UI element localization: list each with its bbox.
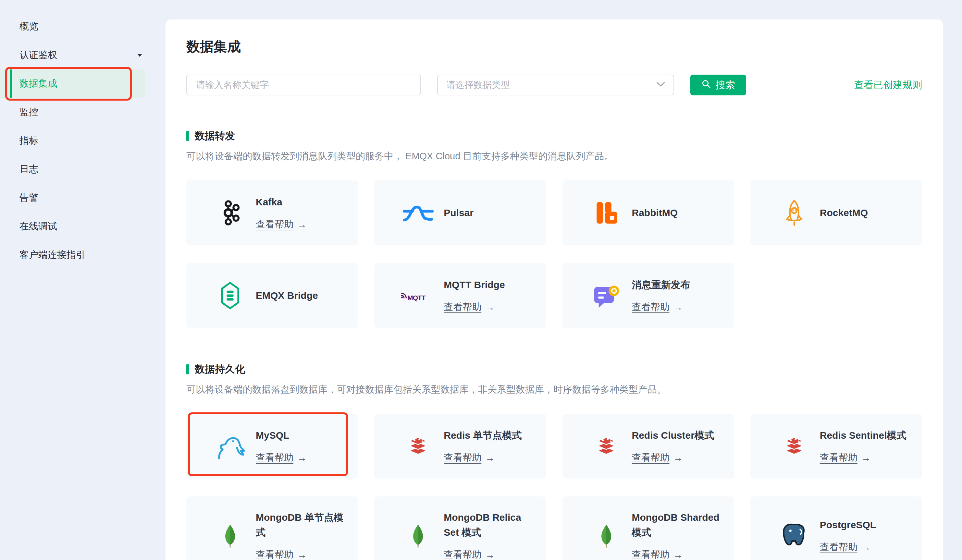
arrow-right-icon: → <box>861 542 871 553</box>
sidebar-item-label: 概览 <box>0 20 38 33</box>
card-mongodb-sharded[interactable]: MongoDB Sharded 模式 查看帮助 → <box>562 496 734 560</box>
sidebar-item-label: 指标 <box>0 134 38 147</box>
caret-down-icon <box>137 53 142 57</box>
sidebar-item-alerts[interactable]: 告警 <box>0 184 166 212</box>
sidebar-item-logs[interactable]: 日志 <box>0 155 166 184</box>
view-help-link[interactable]: 查看帮助 → <box>444 451 521 464</box>
card-title: MySQL <box>256 428 307 443</box>
data-type-select[interactable]: 请选择数据类型 <box>437 74 674 95</box>
arrow-right-icon: → <box>673 550 683 560</box>
republish-icon <box>588 282 624 310</box>
card-kafka[interactable]: Kafka 查看帮助 → <box>186 181 358 245</box>
view-help-link[interactable]: 查看帮助 → <box>256 548 350 560</box>
redis-icon <box>776 433 812 459</box>
sections: 数据转发 可以将设备端的数据转发到消息队列类型的服务中， EMQX Cloud … <box>186 129 922 560</box>
card-text: MySQL 查看帮助 → <box>256 428 307 464</box>
card-text: MongoDB Sharded 模式 查看帮助 → <box>632 510 726 560</box>
card-mqtt-bridge[interactable]: MQTT MQTT Bridge 查看帮助 → <box>374 263 546 328</box>
view-help-label: 查看帮助 <box>256 548 294 560</box>
view-help-link[interactable]: 查看帮助 → <box>820 451 907 464</box>
postgresql-icon <box>776 522 812 550</box>
view-created-rules-link[interactable]: 查看已创建规则 <box>854 79 922 92</box>
rocketmq-icon <box>776 199 812 227</box>
card-redis-single[interactable]: Redis 单节点模式 查看帮助 → <box>374 414 546 479</box>
card-mysql[interactable]: MySQL 查看帮助 → <box>186 414 358 479</box>
section-description: 可以将设备端的数据落盘到数据库，可对接数据库包括关系型数据库，非关系型数据库，时… <box>186 383 922 396</box>
card-mongodb-replica[interactable]: MongoDB Relica Set 模式 查看帮助 → <box>374 496 546 560</box>
section-accent-bar <box>186 131 189 141</box>
card-text: MQTT Bridge 查看帮助 → <box>444 278 505 314</box>
sidebar-item-client-guide[interactable]: 客户端连接指引 <box>0 241 166 269</box>
card-title: MongoDB Relica Set 模式 <box>444 510 537 540</box>
mongodb-icon <box>588 524 624 548</box>
search-icon <box>701 79 711 91</box>
mongodb-icon <box>212 524 248 548</box>
view-help-link[interactable]: 查看帮助 → <box>256 451 307 464</box>
card-postgresql[interactable]: PostgreSQL 查看帮助 → <box>751 496 922 560</box>
card-title: RabbitMQ <box>632 205 678 220</box>
section-title: 数据转发 <box>195 129 235 143</box>
rabbitmq-icon <box>588 199 624 226</box>
sidebar-item-label: 客户端连接指引 <box>0 249 86 261</box>
card-pulsar[interactable]: Pulsar <box>374 181 546 245</box>
mysql-icon <box>212 431 248 462</box>
card-title: Pulsar <box>444 205 473 220</box>
view-help-label: 查看帮助 <box>632 451 670 464</box>
card-text: Redis 单节点模式 查看帮助 → <box>444 428 521 464</box>
card-rocketmq[interactable]: RocketMQ <box>751 181 922 245</box>
svg-text:MQTT: MQTT <box>407 294 426 302</box>
view-help-link[interactable]: 查看帮助 → <box>256 218 307 231</box>
card-text: Redis Cluster模式 查看帮助 → <box>632 428 714 464</box>
card-title: Redis Cluster模式 <box>632 428 714 443</box>
arrow-right-icon: → <box>297 453 307 463</box>
sidebar-item-metrics[interactable]: 指标 <box>0 126 166 155</box>
card-text: EMQX Bridge <box>256 288 318 303</box>
view-help-label: 查看帮助 <box>632 548 670 560</box>
card-emqx-bridge[interactable]: EMQX Bridge <box>186 263 358 328</box>
card-text: 消息重新发布 查看帮助 → <box>632 278 690 314</box>
mqtt-icon: MQTT <box>400 288 436 303</box>
sidebar-item-data-integration[interactable]: 数据集成 <box>0 69 145 98</box>
section-accent-bar <box>186 364 189 374</box>
sidebar-item-monitor[interactable]: 监控 <box>0 98 166 126</box>
section-header: 数据持久化 <box>186 362 922 376</box>
card-redis-cluster[interactable]: Redis Cluster模式 查看帮助 → <box>562 414 734 479</box>
card-title: PostgreSQL <box>820 518 876 533</box>
card-text: RocketMQ <box>820 205 868 220</box>
card-redis-sentinel[interactable]: Redis Sentinel模式 查看帮助 → <box>751 414 922 479</box>
view-help-link[interactable]: 查看帮助 → <box>444 548 537 560</box>
arrow-right-icon: → <box>297 550 307 560</box>
sidebar-item-label: 认证鉴权 <box>0 48 57 61</box>
card-title: MQTT Bridge <box>444 278 505 292</box>
card-republish[interactable]: 消息重新发布 查看帮助 → <box>562 263 734 328</box>
card-rabbitmq[interactable]: RabbitMQ <box>562 181 734 245</box>
view-help-link[interactable]: 查看帮助 → <box>632 548 726 560</box>
keyword-input[interactable] <box>186 74 421 95</box>
view-help-link[interactable]: 查看帮助 → <box>820 541 876 554</box>
view-help-label: 查看帮助 <box>256 451 294 464</box>
search-button[interactable]: 搜索 <box>690 74 746 95</box>
main-panel: 数据集成 请选择数据类型 搜索 查看已创建规则 数据转发 可以将设备端的数据转发… <box>166 19 943 560</box>
emqx-icon <box>212 282 248 310</box>
card-grid: Kafka 查看帮助 → Pulsar RabbitMQ RocketMQ EM… <box>186 181 922 328</box>
card-text: RabbitMQ <box>632 205 678 220</box>
arrow-right-icon: → <box>673 302 683 313</box>
view-help-link[interactable]: 查看帮助 → <box>444 301 505 314</box>
card-title: EMQX Bridge <box>256 288 318 303</box>
card-title: Redis 单节点模式 <box>444 428 521 443</box>
card-mongodb-single[interactable]: MongoDB 单节点模式 查看帮助 → <box>186 496 358 560</box>
view-help-label: 查看帮助 <box>444 451 481 464</box>
sidebar-item-online-debug[interactable]: 在线调试 <box>0 212 166 241</box>
view-help-link[interactable]: 查看帮助 → <box>632 451 714 464</box>
card-title: MongoDB Sharded 模式 <box>632 510 726 540</box>
pulsar-icon <box>400 197 436 228</box>
card-text: Kafka 查看帮助 → <box>256 195 307 231</box>
sidebar-item-label: 日志 <box>0 163 38 176</box>
card-title: RocketMQ <box>820 205 868 220</box>
sidebar-item-overview[interactable]: 概览 <box>0 12 166 41</box>
arrow-right-icon: → <box>861 453 871 463</box>
card-title: Redis Sentinel模式 <box>820 428 907 443</box>
view-help-link[interactable]: 查看帮助 → <box>632 301 690 314</box>
sidebar-item-auth[interactable]: 认证鉴权 <box>0 41 166 69</box>
view-help-label: 查看帮助 <box>444 548 481 560</box>
